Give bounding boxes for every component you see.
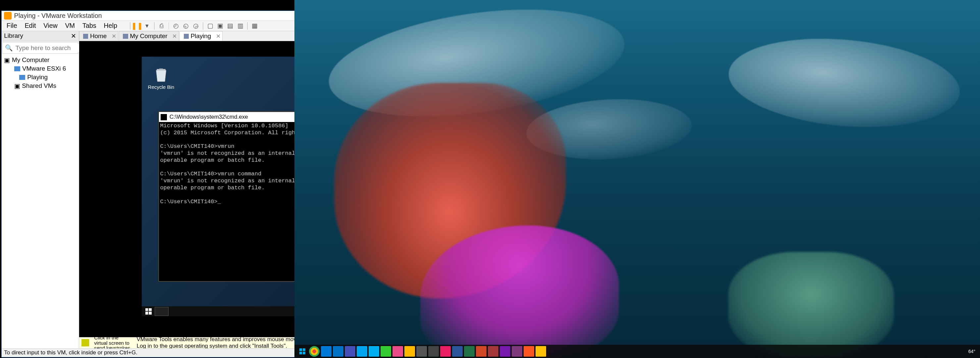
host-start-button[interactable] bbox=[297, 346, 308, 357]
outlook-icon[interactable] bbox=[333, 346, 344, 357]
guest-task-cmd[interactable] bbox=[155, 307, 169, 316]
publisher-icon[interactable] bbox=[512, 346, 522, 357]
cmd-icon bbox=[161, 114, 167, 120]
menu-tabs[interactable]: Tabs bbox=[78, 22, 100, 29]
app-icon-5[interactable] bbox=[523, 346, 534, 357]
tree-item-esxi[interactable]: VMware ESXi 6 bbox=[3, 65, 78, 73]
toolbar: ❚❚ ▾ ⎙ ◴ ◵ ◶ ▢ ▣ ▤ ▥ ▦ bbox=[129, 22, 259, 30]
cloud-icon[interactable] bbox=[357, 346, 367, 357]
skype-icon[interactable] bbox=[369, 346, 379, 357]
edge-icon[interactable] bbox=[321, 346, 331, 357]
app-icon-2[interactable] bbox=[404, 346, 415, 357]
search-icon: 🔍 bbox=[5, 44, 13, 52]
home-icon bbox=[83, 34, 88, 39]
app-icon-1[interactable] bbox=[393, 346, 403, 357]
view-console-icon[interactable]: ▥ bbox=[236, 22, 244, 30]
app-icon-4[interactable] bbox=[440, 346, 451, 357]
tab-close-icon[interactable]: ✕ bbox=[216, 33, 221, 40]
menu-view[interactable]: View bbox=[40, 22, 61, 29]
snapshot-manage-icon[interactable]: ◶ bbox=[191, 22, 200, 30]
recycle-bin[interactable]: Recycle Bin bbox=[148, 65, 175, 90]
sidebar-close-icon[interactable]: ✕ bbox=[71, 32, 76, 40]
computer-icon bbox=[123, 34, 128, 39]
status-text: To direct input to this VM, click inside… bbox=[4, 349, 137, 356]
info-icon bbox=[81, 339, 89, 347]
snapshot-take-icon[interactable]: ◴ bbox=[172, 22, 180, 30]
powerpoint-icon[interactable] bbox=[476, 346, 487, 357]
view-thumbnails-icon[interactable]: ▦ bbox=[250, 22, 259, 30]
host-tray[interactable]: 64° bbox=[969, 349, 978, 354]
access-icon[interactable] bbox=[488, 346, 498, 357]
calculator-icon[interactable] bbox=[416, 346, 427, 357]
host-weather-temp[interactable]: 64° bbox=[969, 349, 975, 354]
pause-button[interactable]: ❚❚ bbox=[133, 22, 142, 30]
snapshot-revert-icon[interactable]: ◵ bbox=[181, 22, 190, 30]
menu-help[interactable]: Help bbox=[100, 22, 121, 29]
desktop-wallpaper bbox=[294, 0, 980, 358]
tree-item-shared[interactable]: ▣Shared VMs bbox=[3, 82, 78, 91]
chrome-icon[interactable] bbox=[309, 346, 320, 357]
app-icon-6[interactable] bbox=[536, 346, 546, 357]
vm-icon bbox=[184, 34, 189, 39]
menu-vm[interactable]: VM bbox=[61, 22, 78, 29]
library-sidebar: Library✕ 🔍 ▾ ▣My Computer VMware ESXi 6 … bbox=[2, 31, 79, 348]
snapshot-button[interactable]: ⎙ bbox=[158, 22, 166, 30]
vmware-icon bbox=[4, 12, 11, 19]
tab-close-icon[interactable]: ✕ bbox=[111, 33, 116, 40]
recycle-bin-label: Recycle Bin bbox=[148, 84, 175, 90]
view-single-icon[interactable]: ▢ bbox=[206, 22, 215, 30]
dev-icon[interactable] bbox=[380, 346, 391, 357]
tab-playing[interactable]: Playing✕ bbox=[180, 31, 223, 40]
tab-mycomputer[interactable]: My Computer✕ bbox=[119, 31, 179, 40]
tree-item-playing[interactable]: Playing bbox=[3, 73, 78, 82]
teams-icon[interactable] bbox=[345, 346, 355, 357]
guest-start-button[interactable] bbox=[144, 307, 153, 316]
power-dropdown[interactable]: ▾ bbox=[143, 22, 151, 30]
menu-edit[interactable]: Edit bbox=[21, 22, 40, 29]
host-taskbar[interactable]: 64° bbox=[294, 345, 980, 358]
view-unity-icon[interactable]: ▤ bbox=[226, 22, 234, 30]
host-secondary-monitor[interactable]: 64° bbox=[294, 0, 980, 358]
menu-file[interactable]: File bbox=[3, 22, 21, 29]
tab-close-icon[interactable]: ✕ bbox=[172, 33, 177, 40]
library-header: Library✕ bbox=[2, 31, 79, 42]
tab-home[interactable]: Home✕ bbox=[79, 31, 118, 40]
tree-root[interactable]: ▣My Computer bbox=[3, 56, 78, 65]
search-box[interactable]: 🔍 ▾ bbox=[2, 42, 78, 54]
view-fullscreen-icon[interactable]: ▣ bbox=[216, 22, 224, 30]
excel-icon[interactable] bbox=[464, 346, 475, 357]
word-icon[interactable] bbox=[452, 346, 463, 357]
vm-tree: ▣My Computer VMware ESXi 6 Playing ▣Shar… bbox=[2, 54, 79, 92]
onenote-icon[interactable] bbox=[500, 346, 511, 357]
app-icon-3[interactable] bbox=[428, 346, 439, 357]
recycle-bin-icon bbox=[153, 65, 169, 83]
